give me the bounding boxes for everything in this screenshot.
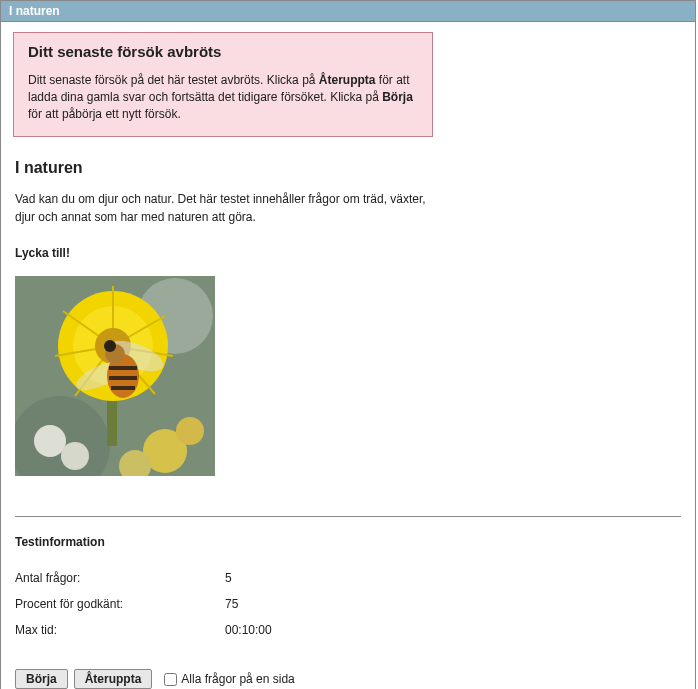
alert-body-pre: Ditt senaste försök på det här testet av… <box>28 73 319 87</box>
info-label: Antal frågor: <box>15 565 225 591</box>
svg-point-4 <box>176 417 204 445</box>
testinfo-table: Antal frågor: 5 Procent för godkänt: 75 … <box>15 565 272 643</box>
alert-body-bold-start: Börja <box>382 90 413 104</box>
bee-on-flower-icon <box>15 276 215 476</box>
alert-title: Ditt senaste försök avbröts <box>28 43 418 60</box>
window-content: Ditt senaste försök avbröts Ditt senaste… <box>1 22 695 689</box>
svg-rect-22 <box>109 366 137 370</box>
info-value: 75 <box>225 591 272 617</box>
table-row: Max tid: 00:10:00 <box>15 617 272 643</box>
table-row: Procent för godkänt: 75 <box>15 591 272 617</box>
alert-body-bold-resume: Återuppta <box>319 73 376 87</box>
svg-rect-23 <box>109 376 137 380</box>
test-heading: I naturen <box>15 159 681 177</box>
info-value: 00:10:00 <box>225 617 272 643</box>
all-questions-one-page-label: Alla frågor på en sida <box>181 672 294 686</box>
svg-rect-24 <box>111 386 135 390</box>
good-luck-text: Lycka till! <box>15 246 681 260</box>
action-row: Börja Återuppta Alla frågor på en sida <box>15 669 681 689</box>
table-row: Antal frågor: 5 <box>15 565 272 591</box>
window-title: I naturen <box>9 4 60 18</box>
test-image <box>15 276 215 476</box>
start-button[interactable]: Börja <box>15 669 68 689</box>
info-label: Procent för godkänt: <box>15 591 225 617</box>
aborted-attempt-alert: Ditt senaste försök avbröts Ditt senaste… <box>13 32 433 137</box>
alert-body-post: för att påbörja ett nytt försök. <box>28 107 181 121</box>
all-questions-one-page-checkbox[interactable] <box>164 673 177 686</box>
alert-body: Ditt senaste försök på det här testet av… <box>28 72 418 122</box>
testinfo-title: Testinformation <box>15 535 681 549</box>
test-intro: Vad kan du om djur och natur. Det här te… <box>15 191 435 226</box>
svg-point-6 <box>34 425 66 457</box>
test-window: I naturen Ditt senaste försök avbröts Di… <box>0 0 696 689</box>
all-questions-one-page-option[interactable]: Alla frågor på en sida <box>164 672 294 686</box>
window-titlebar: I naturen <box>1 1 695 22</box>
info-value: 5 <box>225 565 272 591</box>
svg-point-26 <box>104 340 116 352</box>
svg-point-7 <box>61 442 89 470</box>
info-label: Max tid: <box>15 617 225 643</box>
resume-button[interactable]: Återuppta <box>74 669 153 689</box>
divider <box>15 516 681 517</box>
